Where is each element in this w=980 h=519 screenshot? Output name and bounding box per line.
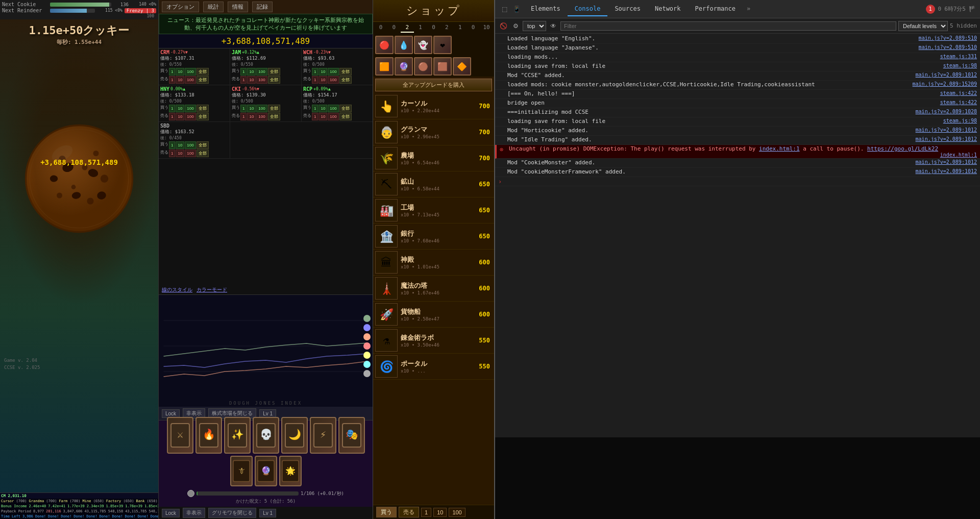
sbd-buy-all[interactable]: 全部 bbox=[197, 141, 209, 149]
stats-button[interactable]: 統計 bbox=[203, 2, 224, 12]
shop-item-portal[interactable]: 🌀 ポータル x10 • ... 550 bbox=[373, 354, 494, 380]
color-mode-link[interactable]: カラーモード bbox=[197, 286, 227, 293]
shop-tab-2[interactable]: 2 bbox=[401, 23, 414, 33]
grimoire-hide-btn[interactable]: 非表示 bbox=[183, 508, 205, 518]
cki-sell-10[interactable]: 10 bbox=[247, 113, 256, 120]
sbd-sell-all[interactable]: 全部 bbox=[197, 150, 209, 157]
wch-sell-1[interactable]: 1 bbox=[312, 76, 318, 84]
console-output[interactable]: Loaded language "English". main.js?v=2.0… bbox=[495, 34, 980, 437]
cki-buy-100[interactable]: 100 bbox=[256, 105, 267, 112]
shop-tab-7[interactable]: 0 bbox=[467, 23, 480, 33]
amount-1-button[interactable]: 1 bbox=[421, 508, 431, 517]
tab-elements[interactable]: Elements bbox=[524, 2, 568, 16]
shop-item-bank[interactable]: 🏦 銀行 x10 • 7.68e+46 650 bbox=[373, 224, 494, 250]
wch-buy-1[interactable]: 1 bbox=[312, 68, 318, 76]
shop-item-grandma[interactable]: 👵 グランマ x10 • 2.96e+45 700 bbox=[373, 119, 494, 145]
shop-tab-5[interactable]: 2 bbox=[440, 23, 453, 33]
cki-buy-10[interactable]: 10 bbox=[247, 105, 256, 112]
grimoire-level-btn[interactable]: Lv 1 bbox=[259, 509, 276, 517]
line-style-link[interactable]: 線のスタイル bbox=[162, 286, 192, 293]
upgrade-6[interactable]: 🔮 bbox=[395, 57, 413, 76]
sell-button[interactable]: 売る bbox=[399, 507, 419, 517]
crm-buy-all[interactable]: 全部 bbox=[197, 68, 209, 76]
rcp-sell-all[interactable]: 全部 bbox=[339, 113, 352, 120]
cki-buy-1[interactable]: 1 bbox=[240, 105, 247, 112]
card-3[interactable]: ✨ bbox=[224, 417, 251, 454]
jam-sell-100[interactable]: 100 bbox=[256, 76, 267, 84]
card-2[interactable]: 🔥 bbox=[195, 417, 222, 454]
card-1[interactable]: ⚔ bbox=[167, 417, 193, 454]
context-select[interactable]: top bbox=[523, 21, 546, 31]
console-settings-btn[interactable]: ⚙ bbox=[510, 21, 521, 31]
shop-tab-6[interactable]: 1 bbox=[453, 23, 467, 33]
devtools-device-btn[interactable]: 📱 bbox=[511, 4, 522, 14]
amount-100-button[interactable]: 100 bbox=[449, 508, 465, 517]
card-7[interactable]: 🎭 bbox=[338, 417, 365, 454]
error-detail-link[interactable]: https://goo.gl/LdLk22 bbox=[867, 145, 938, 152]
hny-sell-all[interactable]: 全部 bbox=[197, 113, 209, 120]
tab-more[interactable]: » bbox=[743, 2, 754, 16]
console-clear-btn[interactable]: 🚫 bbox=[498, 21, 508, 31]
jam-sell-10[interactable]: 10 bbox=[247, 76, 256, 84]
hny-buy-100[interactable]: 100 bbox=[185, 105, 195, 112]
shop-item-mine[interactable]: ⛏ 鉱山 x10 • 6.58e+44 650 bbox=[373, 171, 494, 197]
info-button[interactable]: 情報 bbox=[228, 2, 248, 12]
error-source-link[interactable]: index.html:1 bbox=[759, 145, 799, 152]
upgrade-9[interactable]: 🔶 bbox=[453, 57, 471, 76]
options-button[interactable]: オプション bbox=[162, 2, 199, 12]
grimoire-close-btn[interactable]: グリモワを閉じる bbox=[208, 508, 256, 518]
hny-buy-10[interactable]: 10 bbox=[176, 105, 184, 112]
upgrade-5[interactable]: 🟧 bbox=[375, 57, 394, 76]
cki-sell-100[interactable]: 100 bbox=[256, 113, 267, 120]
upgrade-8[interactable]: 🟫 bbox=[433, 57, 452, 76]
lock-button[interactable]: Lock bbox=[162, 409, 180, 418]
tab-performance[interactable]: Performance bbox=[688, 2, 743, 16]
crm-sell-10[interactable]: 10 bbox=[176, 76, 184, 84]
jam-sell-1[interactable]: 1 bbox=[240, 76, 247, 84]
crm-sell-all[interactable]: 全部 bbox=[197, 76, 209, 84]
card-9[interactable]: 🔮 bbox=[255, 456, 277, 486]
upgrade-7[interactable]: 🟤 bbox=[414, 57, 432, 76]
shop-item-wizard-tower[interactable]: 🗼 魔法の塔 x10 • 1.67e+46 600 bbox=[373, 276, 494, 302]
rcp-buy-1[interactable]: 1 bbox=[312, 105, 318, 112]
upgrade-3[interactable]: 👻 bbox=[414, 36, 432, 54]
wch-sell-10[interactable]: 10 bbox=[318, 76, 327, 84]
tab-sources[interactable]: Sources bbox=[607, 2, 648, 16]
wch-buy-all[interactable]: 全部 bbox=[339, 68, 352, 76]
shop-tab-8[interactable]: 10 bbox=[480, 23, 493, 33]
shop-tab-3[interactable]: 1 bbox=[414, 23, 427, 33]
upgrade-1[interactable]: 🔴 bbox=[375, 36, 394, 54]
rcp-buy-10[interactable]: 10 bbox=[318, 105, 327, 112]
jam-buy-100[interactable]: 100 bbox=[256, 68, 267, 76]
sbd-buy-1[interactable]: 1 bbox=[169, 141, 175, 149]
cki-sell-1[interactable]: 1 bbox=[240, 113, 247, 120]
upgrade-4[interactable]: ❤️ bbox=[433, 36, 452, 54]
jam-buy-1[interactable]: 1 bbox=[240, 68, 247, 76]
shop-tab-1[interactable]: 0 bbox=[387, 23, 401, 33]
filter-input[interactable] bbox=[560, 21, 896, 31]
rcp-buy-100[interactable]: 100 bbox=[328, 105, 338, 112]
hny-buy-1[interactable]: 1 bbox=[169, 105, 175, 112]
tab-network[interactable]: Network bbox=[648, 2, 688, 16]
shop-item-farm[interactable]: 🌾 農場 x10 • 6.54e+46 700 bbox=[373, 145, 494, 171]
shop-tab-4[interactable]: 0 bbox=[427, 23, 440, 33]
jam-sell-all[interactable]: 全部 bbox=[268, 76, 280, 84]
shop-item-factory[interactable]: 🏭 工場 x10 • 7.13e+45 650 bbox=[373, 197, 494, 224]
shop-item-shipment[interactable]: 🚀 貨物船 x10 • 2.58e+47 600 bbox=[373, 302, 494, 328]
grimoire-lock-btn[interactable]: Lock bbox=[162, 509, 180, 517]
buy-button[interactable]: 買う bbox=[376, 507, 397, 517]
buy-all-button[interactable]: 全アップグレードを購入 bbox=[375, 79, 492, 91]
wch-sell-100[interactable]: 100 bbox=[328, 76, 338, 84]
hny-buy-all[interactable]: 全部 bbox=[197, 105, 209, 112]
market-level-button[interactable]: Lv 1 bbox=[259, 409, 276, 418]
hny-sell-1[interactable]: 1 bbox=[169, 113, 175, 120]
hny-sell-10[interactable]: 10 bbox=[176, 113, 184, 120]
card-8[interactable]: 🗡 bbox=[230, 456, 253, 486]
eye-btn[interactable]: 👁 bbox=[548, 21, 558, 31]
rcp-sell-10[interactable]: 10 bbox=[318, 113, 327, 120]
crm-sell-100[interactable]: 100 bbox=[185, 76, 195, 84]
cki-sell-all[interactable]: 全部 bbox=[268, 113, 280, 120]
rcp-buy-all[interactable]: 全部 bbox=[339, 105, 352, 112]
devtools-inspect-btn[interactable]: ⬚ bbox=[499, 4, 509, 14]
crm-buy-1[interactable]: 1 bbox=[169, 68, 175, 76]
